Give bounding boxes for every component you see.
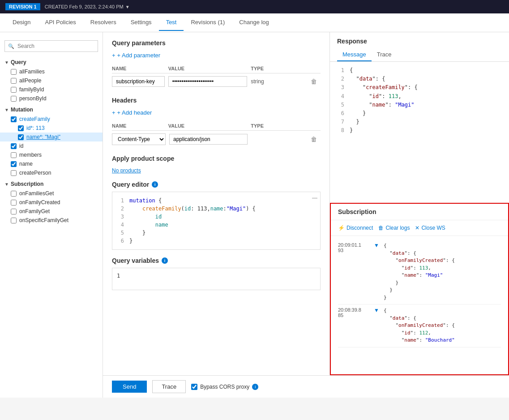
checkbox-personById[interactable] [11, 96, 17, 102]
sidebar-section-subscription: ▼ Subscription onFamiliesGet onFamilyCre… [0, 179, 103, 225]
close-ws-icon: ✕ [415, 225, 419, 231]
sidebar-item-name[interactable]: name [0, 159, 103, 168]
send-button[interactable]: Send [112, 381, 147, 393]
query-params-title: Query parameters [112, 39, 321, 47]
code-line-1: 1 mutation { [117, 197, 316, 205]
main-layout: 🔍 ▼ Query allFamilies allPeople familyBy… [0, 32, 509, 398]
sidebar-section-header-subscription[interactable]: ▼ Subscription [0, 179, 103, 189]
checkbox-id[interactable] [11, 143, 17, 149]
checkbox-onSpecificFamilyGet[interactable] [11, 218, 17, 223]
checkbox-createFamily[interactable] [11, 116, 17, 122]
response-tab-message[interactable]: Message [337, 48, 372, 61]
query-vars-section: Query variables i 1 [112, 257, 321, 290]
delete-param-0[interactable]: 🗑 [307, 78, 321, 85]
checkbox-onFamiliesGet[interactable] [11, 191, 17, 197]
clear-logs-icon: 🗑 [378, 225, 384, 231]
checkbox-onFamilyGet[interactable] [11, 209, 17, 214]
response-content: 1{ 2 "data": { 3 "createFamily": { 4 "id… [330, 62, 509, 203]
bypass-cors-info-icon[interactable]: i [252, 384, 258, 390]
checkbox-createPerson[interactable] [11, 170, 17, 176]
sidebar-item-createFamily[interactable]: createFamily [0, 115, 103, 124]
sidebar-item-id113[interactable]: id*: 113 [0, 124, 103, 133]
checkbox-nameMagi[interactable] [18, 134, 24, 140]
checkbox-id113[interactable] [18, 125, 24, 131]
json-line-3: 3 "createFamily": { [337, 83, 502, 92]
tab-api-policies[interactable]: API Policies [38, 14, 83, 31]
close-ws-button[interactable]: ✕ Close WS [415, 224, 445, 232]
plus-param-icon: + [112, 52, 115, 59]
sidebar-item-personById[interactable]: personById [0, 94, 103, 103]
sidebar-item-onFamilyCreated[interactable]: onFamilyCreated [0, 198, 103, 207]
headers-header: NAME VALUE TYPE [112, 121, 321, 131]
sidebar-item-members[interactable]: members [0, 150, 103, 159]
checkbox-allPeople[interactable] [11, 78, 17, 84]
subscription-panel-title: Subscription [331, 204, 508, 220]
checkbox-members[interactable] [11, 152, 17, 158]
tab-test[interactable]: Test [159, 14, 184, 31]
add-param-link[interactable]: + + Add parameter [112, 52, 321, 59]
disconnect-button[interactable]: ⚡ Disconnect [338, 224, 373, 232]
sidebar-item-onSpecificFamilyGet[interactable]: onSpecificFamilyGet [0, 216, 103, 225]
sidebar-item-onFamiliesGet[interactable]: onFamiliesGet [0, 189, 103, 198]
no-products-link[interactable]: No products [112, 167, 321, 174]
minimize-editor-button[interactable]: — [312, 195, 317, 201]
search-icon: 🔍 [8, 43, 14, 49]
sidebar: 🔍 ▼ Query allFamilies allPeople familyBy… [0, 32, 103, 398]
param-name-input-0[interactable] [112, 76, 165, 87]
nav-tabs: Design API Policies Resolvers Settings T… [0, 13, 509, 32]
code-line-2: 2 createFamily(id: 113, name: "Magi") { [117, 205, 316, 213]
apply-scope-section: Apply product scope No products [112, 155, 321, 174]
chevron-query-icon: ▼ [4, 60, 9, 65]
delete-header-0[interactable]: 🗑 [307, 136, 321, 143]
query-editor-code[interactable]: — 1 mutation { 2 createFamily(id: 113, n… [112, 192, 321, 250]
header-value-input-0[interactable] [169, 134, 248, 145]
sidebar-section-header-query[interactable]: ▼ Query [0, 57, 103, 67]
log-arrow-0: ▼ [374, 242, 379, 301]
params-header: NAME VALUE TYPE [112, 64, 321, 73]
checkbox-familyById[interactable] [11, 87, 17, 93]
tab-revisions[interactable]: Revisions (1) [184, 14, 232, 31]
response-title: Response [330, 32, 509, 45]
log-content-0: { "data": { "onFamilyCreated": { "id": 1… [384, 242, 501, 301]
sidebar-section-header-mutation[interactable]: ▼ Mutation [0, 105, 103, 115]
query-editor-info-icon[interactable]: i [152, 181, 158, 188]
query-editor-title: Query editor i [112, 181, 321, 188]
sidebar-item-allPeople[interactable]: allPeople [0, 76, 103, 85]
code-line-3: 3 id [117, 213, 316, 221]
checkbox-name[interactable] [11, 161, 17, 167]
sidebar-item-id[interactable]: id [0, 141, 103, 150]
chevron-down-icon[interactable]: ▼ [125, 4, 130, 9]
sidebar-item-nameMagi[interactable]: name*: "Magi" [0, 133, 103, 141]
search-box: 🔍 [4, 40, 98, 52]
trace-button[interactable]: Trace [152, 380, 186, 393]
query-vars-info-icon[interactable]: i [162, 257, 168, 264]
search-input[interactable] [4, 40, 98, 52]
bypass-cors-checkbox[interactable] [191, 384, 197, 390]
header-name-select-0[interactable]: Content-Type [112, 133, 166, 145]
param-value-input-0[interactable] [168, 76, 248, 87]
add-header-link[interactable]: + + Add header [112, 109, 321, 116]
sidebar-item-onFamilyGet[interactable]: onFamilyGet [0, 207, 103, 216]
clear-logs-button[interactable]: 🗑 Clear logs [378, 224, 410, 232]
chevron-subscription-icon: ▼ [4, 182, 9, 187]
tab-change-log[interactable]: Change log [232, 14, 276, 31]
json-line-1: 1{ [337, 66, 502, 75]
created-info: CREATED Feb 9, 2023, 2:24:40 PM ▼ [45, 4, 130, 9]
checkbox-allFamilies[interactable] [11, 69, 17, 75]
tab-resolvers[interactable]: Resolvers [83, 14, 124, 31]
sidebar-item-allFamilies[interactable]: allFamilies [0, 67, 103, 76]
code-line-5: 5 } [117, 229, 316, 237]
response-tab-trace[interactable]: Trace [372, 48, 397, 61]
sidebar-item-createPerson[interactable]: createPerson [0, 168, 103, 177]
sidebar-item-familyById[interactable]: familyById [0, 85, 103, 94]
tab-design[interactable]: Design [5, 14, 38, 31]
code-line-6: 6 } [117, 237, 316, 245]
checkbox-onFamilyCreated[interactable] [11, 200, 17, 206]
code-line-4: 4 name [117, 221, 316, 229]
query-vars-editor[interactable]: 1 [112, 268, 321, 290]
json-line-2: 2 "data": { [337, 75, 502, 83]
bypass-cors-label[interactable]: Bypass CORS proxy i [191, 384, 258, 390]
json-line-7: 7 } [337, 118, 502, 126]
log-entry-0: 20:09:01.1 93 ▼ { "data": { "onFamilyCre… [338, 240, 501, 304]
tab-settings[interactable]: Settings [124, 14, 159, 31]
